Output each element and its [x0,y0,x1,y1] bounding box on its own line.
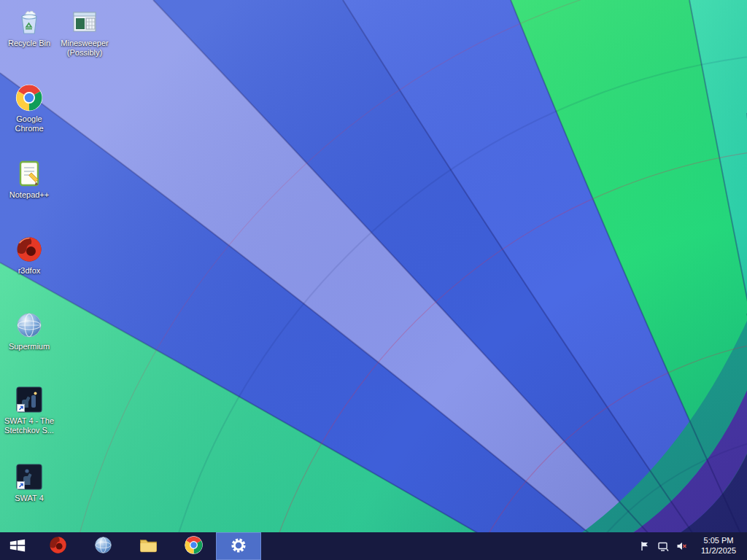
supermium-globe-icon [15,311,44,340]
windows-logo-icon [9,537,26,556]
volume-muted-icon[interactable] [675,540,688,553]
chrome-icon [184,535,204,557]
desktop-icon-label: Recycle Bin [8,39,50,48]
minesweeper-icon [70,7,99,36]
desktop[interactable]: Recycle Bin Google Chrome Notepad++ [0,0,747,560]
desktop-icon-google-chrome[interactable]: Google Chrome [3,83,55,133]
r3dfox-icon [15,235,44,264]
desktop-icon-label: Supermium [9,342,50,351]
desktop-icon-swat4-stetchkov[interactable]: SWAT 4 - The Stetchkov S... [3,385,55,435]
r3dfox-icon [48,535,68,557]
taskbar-button-r3dfox[interactable] [35,532,80,560]
desktop-icon-label: Minesweeper (Possibly) [58,39,111,58]
desktop-icon-label: r3dfox [18,266,41,276]
desktop-icon-label: SWAT 4 - The Stetchkov S... [3,416,55,435]
desktop-icon-label: Notepad++ [9,190,49,200]
desktop-icon-notepad-plus-plus[interactable]: Notepad++ [3,159,55,200]
taskbar-button-file-explorer[interactable] [125,532,171,560]
start-button[interactable] [0,532,35,560]
taskbar: 5:05 PM 11/2/2025 [0,532,747,560]
desktop-icon-recycle-bin[interactable]: Recycle Bin [3,7,55,48]
supermium-globe-icon [93,535,113,557]
clock-time: 5:05 PM [697,536,740,546]
swat4-stetchkov-icon [15,385,44,414]
taskbar-clock[interactable]: 5:05 PM 11/2/2025 [693,536,740,556]
desktop-icon-minesweeper[interactable]: Minesweeper (Possibly) [58,7,111,58]
notepad-plus-plus-icon [15,159,44,188]
system-tray: 5:05 PM 11/2/2025 [638,532,747,560]
taskbar-button-chrome[interactable] [171,532,216,560]
wallpaper [0,0,747,560]
desktop-icon-label: SWAT 4 [15,494,44,503]
desktop-icon-swat4[interactable]: SWAT 4 [3,462,55,503]
action-center-flag-icon[interactable] [638,540,651,553]
taskbar-button-settings[interactable] [216,532,261,560]
gear-icon [229,536,248,557]
recycle-bin-icon [15,7,44,36]
desktop-icon-supermium[interactable]: Supermium [3,311,55,351]
swat4-icon [15,462,44,491]
taskbar-button-supermium[interactable] [80,532,125,560]
desktop-icon-label: Google Chrome [3,114,55,133]
desktop-icon-r3dfox[interactable]: r3dfox [3,235,55,276]
folder-icon [139,535,158,557]
clock-date: 11/2/2025 [697,546,740,556]
network-icon[interactable] [657,540,670,553]
chrome-icon [15,83,44,112]
